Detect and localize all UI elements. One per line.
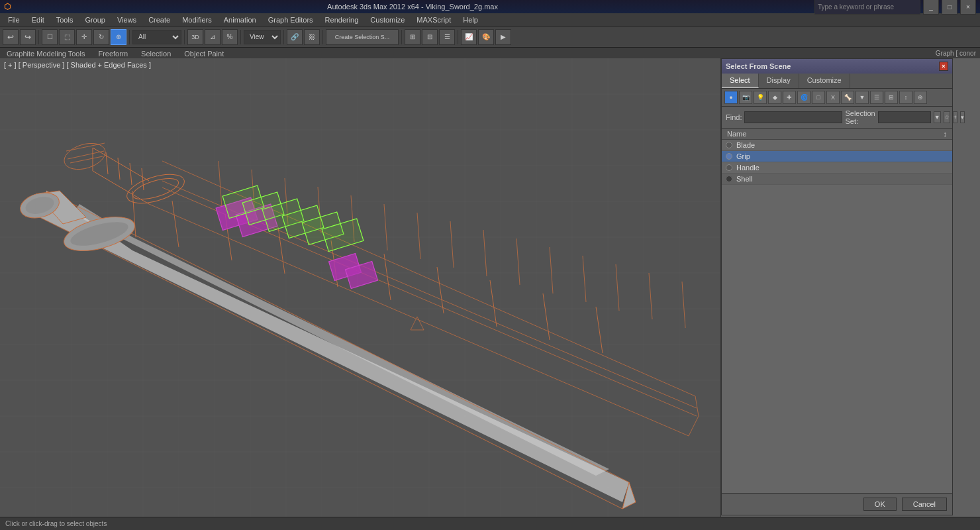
menu-customize[interactable]: Customize [365, 15, 410, 25]
separator-4 [240, 30, 241, 44]
icon-xref-button[interactable]: X [826, 91, 840, 104]
unlink-button[interactable]: ⛓ [304, 29, 320, 45]
render-button[interactable]: ▶ [495, 29, 511, 45]
icon-list-view-button[interactable]: ☰ [870, 91, 883, 104]
menu-views[interactable]: Views [112, 15, 142, 25]
menu-help[interactable]: Help [458, 15, 483, 25]
item-label-grip: Grip [736, 152, 750, 160]
expand-all-button[interactable]: + [953, 111, 957, 123]
selection-set-label: Selection Set: [845, 109, 875, 125]
select-object-button[interactable]: ☐ [42, 29, 58, 45]
dialog-icon-toolbar: ● 📷 💡 ◆ ✚ 🌀 □ X 🦴 ▼ ☰ ⊞ ↕ ⊕ [722, 89, 952, 107]
menu-create[interactable]: Create [143, 15, 175, 25]
menu-tools[interactable]: Tools [51, 15, 79, 25]
separator-7 [401, 30, 402, 44]
snap-toggle-button[interactable]: 3D [187, 29, 203, 45]
item-label-blade: Blade [736, 141, 755, 149]
graphite-tab[interactable]: Graphite Modeling Tools [4, 49, 87, 58]
angle-snap-button[interactable]: ⊿ [205, 29, 220, 45]
close-button[interactable]: × [960, 0, 976, 15]
link-button[interactable]: 🔗 [287, 29, 303, 45]
dialog-tab-display[interactable]: Display [759, 74, 799, 88]
minimize-button[interactable]: _ [923, 0, 939, 15]
statusbar: Click or click-drag to select objects [0, 517, 980, 530]
ok-button[interactable]: OK [863, 498, 897, 511]
freeform-tab[interactable]: Freeform [95, 49, 130, 58]
collapse-all-button[interactable]: ▾ [960, 111, 965, 123]
dialog-tab-select[interactable]: Select [722, 74, 759, 88]
titlebar-title: Autodesk 3ds Max 2012 x64 - Viking_Sword… [11, 3, 814, 11]
object-paint-tab[interactable]: Object Paint [181, 49, 226, 58]
dialog-close-button[interactable]: × [939, 62, 948, 71]
maximize-button[interactable]: □ [942, 0, 957, 15]
scale-button[interactable]: ⊕ [111, 29, 126, 45]
menu-file[interactable]: File [3, 15, 25, 25]
menu-maxscript[interactable]: MAXScript [411, 15, 456, 25]
menu-group[interactable]: Group [79, 15, 111, 25]
reference-coord-select[interactable]: View World [244, 30, 281, 44]
object-list[interactable]: Blade Grip Handle Shell [722, 140, 952, 493]
item-label-shell: Shell [736, 175, 752, 183]
item-icon-shell [726, 176, 732, 182]
material-editor-button[interactable]: 🎨 [478, 29, 494, 45]
menu-modifiers[interactable]: Modifiers [177, 15, 217, 25]
graph-editors-button[interactable]: 📈 [461, 29, 477, 45]
find-input[interactable] [744, 111, 842, 123]
dialog-tab-customize[interactable]: Customize [799, 74, 850, 88]
icon-helper-button[interactable]: ✚ [783, 91, 796, 104]
icon-light-button[interactable]: 💡 [754, 91, 767, 104]
icon-sphere-button[interactable]: ● [724, 91, 738, 104]
separator-6 [322, 30, 323, 44]
selection-filter-select[interactable]: All Geometry [132, 30, 181, 44]
dialog-find-row: Find: Selection Set: ▼ ☆ + ▾ [722, 107, 952, 129]
icon-group-button[interactable]: □ [812, 91, 825, 104]
search-placeholder: Type a keyword or phrase [818, 3, 894, 11]
layer-button[interactable]: ☰ [439, 29, 455, 45]
align-button[interactable]: ⊟ [422, 29, 438, 45]
selection-set-dropdown[interactable]: ▼ [934, 111, 941, 123]
cancel-button[interactable]: Cancel [902, 498, 947, 511]
icon-expand-button[interactable]: ⊕ [914, 91, 927, 104]
mirror-button[interactable]: ⊞ [405, 29, 420, 45]
icon-camera-button[interactable]: 📷 [739, 91, 752, 104]
icon-thumbnail-button[interactable]: ⊞ [885, 91, 898, 104]
select-region-button[interactable]: ⬚ [59, 29, 75, 45]
selection-set-input[interactable] [878, 111, 931, 123]
separator-1 [38, 30, 39, 44]
viewport-label: [ + ] [ Perspective ] [ Shaded + Edged F… [4, 61, 151, 69]
create-selection-button[interactable]: Create Selection S... [326, 29, 399, 45]
icon-spacewarp-button[interactable]: 🌀 [797, 91, 810, 104]
menu-graph-editors[interactable]: Graph Editors [263, 15, 318, 25]
icon-shape-button[interactable]: ◆ [768, 91, 781, 104]
list-item-blade[interactable]: Blade [722, 140, 952, 151]
selection-tab[interactable]: Selection [138, 49, 173, 58]
separator-3 [184, 30, 185, 44]
list-item-shell[interactable]: Shell [722, 174, 952, 185]
list-item-grip[interactable]: Grip [722, 151, 952, 162]
titlebar: ⬡ Autodesk 3ds Max 2012 x64 - Viking_Swo… [0, 0, 980, 13]
main-toolbar: ↩ ↪ ☐ ⬚ ✛ ↻ ⊕ All Geometry 3D ⊿ % View W… [0, 26, 980, 48]
list-item-handle[interactable]: Handle [722, 162, 952, 174]
name-column-header: Name [727, 130, 746, 138]
app-logo-icon: ⬡ [4, 2, 11, 11]
icon-bone-button[interactable]: 🦴 [841, 91, 854, 104]
graph-label: Graph [ conor [936, 50, 976, 57]
search-bar[interactable]: Type a keyword or phrase [814, 0, 920, 15]
menu-animation[interactable]: Animation [219, 15, 262, 25]
undo-button[interactable]: ↩ [3, 29, 19, 45]
viewport[interactable]: [ + ] [ Perspective ] [ Shaded + Edged F… [0, 58, 720, 530]
menu-edit[interactable]: Edit [26, 15, 50, 25]
separator-5 [283, 30, 284, 44]
percent-snap-button[interactable]: % [222, 29, 238, 45]
select-from-scene-dialog: Select From Scene × Select Display Custo… [721, 58, 953, 515]
menu-rendering[interactable]: Rendering [320, 15, 364, 25]
menubar: File Edit Tools Group Views Create Modif… [0, 13, 980, 26]
dialog-titlebar[interactable]: Select From Scene × [722, 59, 952, 74]
rotate-button[interactable]: ↻ [93, 29, 109, 45]
redo-button[interactable]: ↪ [20, 29, 36, 45]
highlight-selected-button[interactable]: ☆ [944, 111, 950, 123]
move-button[interactable]: ✛ [76, 29, 92, 45]
item-icon-grip [726, 153, 732, 160]
icon-sort-button[interactable]: ↕ [899, 91, 912, 104]
icon-filter-button[interactable]: ▼ [856, 91, 869, 104]
